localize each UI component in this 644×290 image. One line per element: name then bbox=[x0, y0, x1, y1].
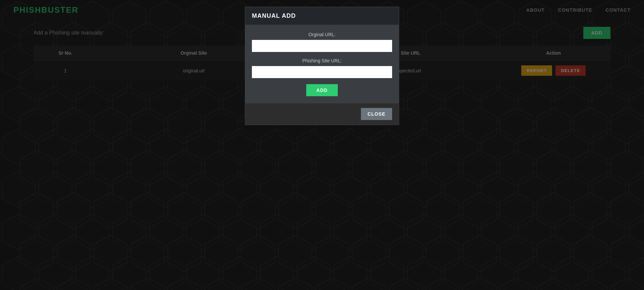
phishing-url-group: Phishing Site URL: bbox=[252, 58, 392, 78]
original-url-input[interactable] bbox=[252, 40, 392, 52]
modal-add-button[interactable]: ADD bbox=[306, 84, 337, 96]
modal-overlay: MANUAL ADD Orginal URL: Phishing Site UR… bbox=[0, 0, 644, 290]
modal-title: MANUAL ADD bbox=[252, 12, 296, 19]
modal-close-button[interactable]: CLOSE bbox=[361, 108, 392, 120]
original-url-label: Orginal URL: bbox=[252, 32, 392, 37]
modal-body: Orginal URL: Phishing Site URL: ADD bbox=[245, 25, 399, 103]
phishing-url-label: Phishing Site URL: bbox=[252, 58, 392, 63]
modal-header: MANUAL ADD bbox=[245, 7, 399, 25]
phishing-url-input[interactable] bbox=[252, 66, 392, 78]
original-url-group: Orginal URL: bbox=[252, 32, 392, 52]
modal-footer: CLOSE bbox=[245, 103, 399, 125]
manual-add-modal: MANUAL ADD Orginal URL: Phishing Site UR… bbox=[245, 7, 399, 125]
